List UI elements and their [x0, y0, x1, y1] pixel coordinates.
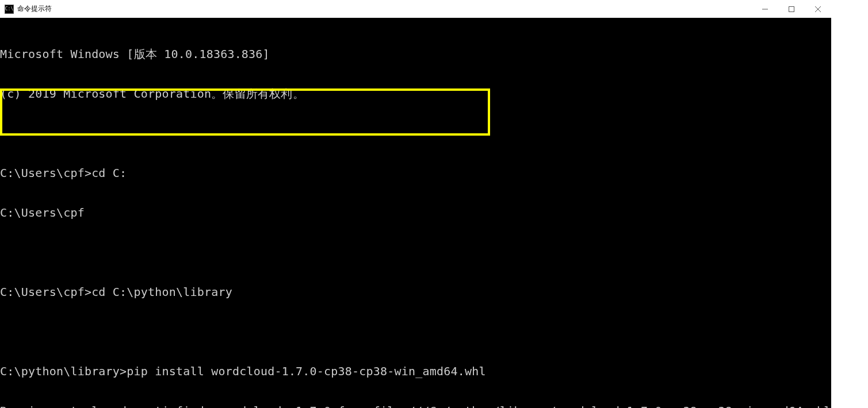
- close-button[interactable]: [805, 0, 831, 18]
- term-line: C:\Users\cpf>cd C:: [0, 167, 831, 180]
- term-line: Microsoft Windows [版本 10.0.18363.836]: [0, 48, 831, 61]
- term-line: C:\Users\cpf: [0, 206, 831, 220]
- svg-rect-1: [789, 6, 794, 11]
- term-line: C:\Users\cpf>cd C:\python\library: [0, 286, 831, 299]
- window-controls: [752, 0, 831, 18]
- term-line: C:\python\library>pip install wordcloud-…: [0, 365, 831, 378]
- cmd-window: C:\ 命令提示符 Microsoft Windows [版本 10.0.183…: [0, 0, 831, 408]
- term-line: Requirement already satisfied: wordcloud…: [0, 405, 831, 408]
- maximize-button[interactable]: [778, 0, 805, 18]
- term-line: (c) 2019 Microsoft Corporation。保留所有权利。: [0, 87, 831, 101]
- terminal-output[interactable]: Microsoft Windows [版本 10.0.18363.836] (c…: [0, 18, 831, 408]
- window-title: 命令提示符: [17, 4, 52, 14]
- minimize-button[interactable]: [752, 0, 778, 18]
- term-blank: [0, 246, 831, 259]
- term-blank: [0, 127, 831, 140]
- term-blank: [0, 325, 831, 338]
- titlebar[interactable]: C:\ 命令提示符: [0, 0, 831, 18]
- cmd-icon: C:\: [5, 5, 14, 14]
